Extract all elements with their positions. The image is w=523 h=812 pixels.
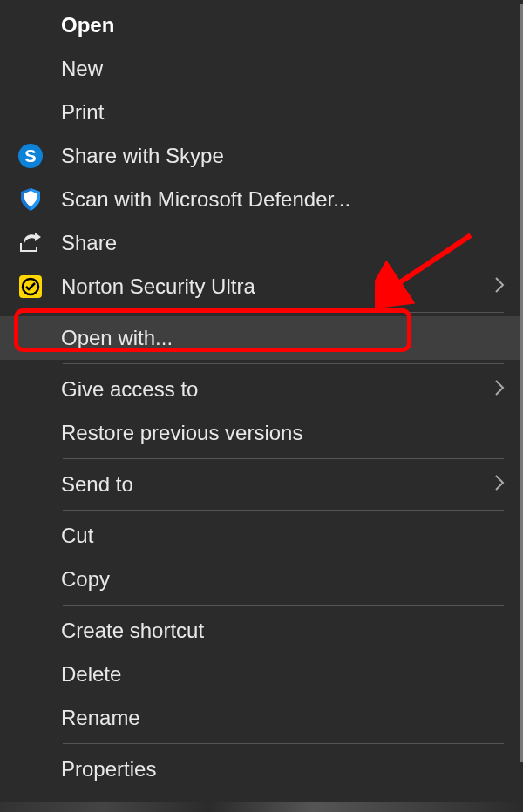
menu-label: Cut — [61, 524, 506, 548]
bottom-edge — [0, 802, 523, 812]
chevron-right-icon — [493, 377, 506, 403]
menu-item-delete[interactable]: Delete — [0, 653, 523, 696]
menu-label: Norton Security Ultra — [61, 274, 493, 299]
menu-label: Print — [61, 100, 506, 125]
menu-separator — [63, 363, 504, 364]
menu-item-properties[interactable]: Properties — [0, 748, 523, 791]
defender-icon — [17, 186, 61, 213]
menu-item-defender[interactable]: Scan with Microsoft Defender... — [0, 178, 523, 221]
menu-label: New — [61, 57, 506, 81]
menu-item-send-to[interactable]: Send to — [0, 463, 523, 506]
svg-text:S: S — [24, 146, 36, 166]
menu-label: Open with... — [61, 326, 506, 350]
menu-label: Rename — [61, 706, 506, 730]
chevron-right-icon — [493, 274, 506, 300]
menu-label: Scan with Microsoft Defender... — [61, 187, 506, 212]
chevron-right-icon — [493, 472, 506, 497]
menu-separator — [63, 605, 504, 606]
menu-label: Properties — [61, 757, 506, 782]
menu-item-share[interactable]: Share — [0, 221, 523, 265]
menu-separator — [63, 743, 504, 744]
menu-item-new[interactable]: New — [0, 47, 523, 91]
share-icon — [17, 230, 61, 256]
menu-label: Delete — [61, 662, 506, 687]
menu-label: Restore previous versions — [61, 421, 506, 445]
menu-separator — [63, 312, 504, 313]
menu-item-restore-versions[interactable]: Restore previous versions — [0, 411, 523, 455]
menu-item-copy[interactable]: Copy — [0, 558, 523, 601]
menu-item-give-access[interactable]: Give access to — [0, 368, 523, 411]
menu-item-norton[interactable]: Norton Security Ultra — [0, 265, 523, 308]
menu-separator — [63, 510, 504, 511]
menu-item-open-with[interactable]: Open with... — [0, 316, 523, 360]
menu-separator — [63, 458, 504, 459]
menu-item-cut[interactable]: Cut — [0, 514, 523, 558]
menu-label: Create shortcut — [61, 619, 506, 643]
menu-item-share-skype[interactable]: S Share with Skype — [0, 134, 523, 178]
menu-label: Give access to — [61, 377, 493, 402]
norton-icon — [17, 274, 61, 300]
menu-label: Share with Skype — [61, 144, 506, 168]
menu-item-rename[interactable]: Rename — [0, 696, 523, 740]
skype-icon: S — [17, 143, 61, 169]
menu-item-open[interactable]: Open — [0, 3, 523, 47]
menu-label: Copy — [61, 567, 506, 592]
menu-item-create-shortcut[interactable]: Create shortcut — [0, 609, 523, 653]
menu-label: Open — [61, 13, 506, 37]
menu-label: Share — [61, 231, 506, 255]
context-menu: Open New Print S Share with Skype Scan w… — [0, 0, 523, 812]
menu-label: Send to — [61, 472, 493, 497]
menu-item-print[interactable]: Print — [0, 91, 523, 134]
